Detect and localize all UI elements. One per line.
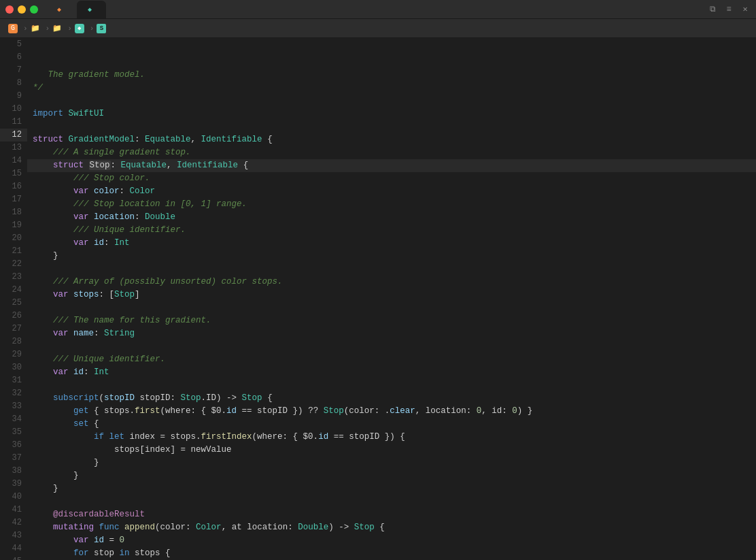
type-token: Int [114, 238, 130, 248]
prop-token: clear [390, 406, 415, 416]
prop-token: id [94, 238, 104, 248]
plain-token: { stops. [89, 406, 135, 416]
plain-token: { [375, 523, 385, 532]
line-number-37: 37 [0, 452, 27, 465]
prop-token: id [73, 367, 84, 377]
type-token: GradientModel [69, 135, 135, 144]
close-button[interactable] [5, 5, 14, 14]
plain-token: (color: . [344, 406, 390, 416]
line-number-40: 40 [0, 491, 27, 504]
line-number-30: 30 [0, 361, 27, 374]
layout-button[interactable]: ≡ [723, 4, 734, 15]
kw-blue-token: set [73, 419, 89, 429]
comment-token: /// Unique identifier. [33, 355, 165, 364]
code-line-6: */ [27, 82, 756, 95]
line-number-8: 8 [0, 77, 27, 90]
plain-token: ( [99, 393, 105, 403]
swift-file-icon: ◆ [75, 24, 84, 33]
code-line-28: var id: Int [27, 366, 756, 379]
plain-token: { [262, 393, 273, 403]
plain-token [33, 329, 53, 338]
window-controls [5, 5, 38, 14]
kw-blue-token: if [94, 432, 104, 442]
line-number-29: 29 [0, 348, 27, 361]
line-number-35: 35 [0, 426, 27, 439]
code-line-26 [27, 340, 756, 353]
plain-token: (color: [155, 523, 196, 532]
type-token: Identifiable [201, 135, 262, 144]
code-line-42: for stop in stops { [27, 547, 756, 560]
code-area[interactable]: The gradient model.*/import SwiftUIstruc… [27, 38, 756, 560]
comment-token: /// Stop location in [0, 1] range. [33, 199, 247, 209]
kw-token: var [73, 186, 89, 196]
line-number-12: 12 [0, 129, 27, 142]
plain-token [69, 290, 74, 299]
folder-icon-2: 📁 [52, 24, 62, 33]
line-number-10: 10 [0, 103, 27, 116]
breadcrumb-shared[interactable]: 📁 [31, 24, 43, 33]
code-line-17: /// Unique identifier. [27, 224, 756, 237]
type-token: Stop [354, 523, 375, 532]
split-editor-button[interactable]: ⧉ [707, 4, 718, 15]
tab-bar: ◆ ◆ [46, 1, 707, 18]
line-number-5: 5 [0, 38, 27, 51]
comment-token: /// A single gradient stop. [33, 148, 191, 157]
plain-token: { [89, 419, 99, 429]
plain-token [33, 238, 73, 248]
prop-token: id [94, 536, 104, 545]
breadcrumb-gradientmodel[interactable]: ◆ [75, 24, 87, 33]
kw-token: var [53, 367, 69, 377]
line-number-28: 28 [0, 335, 27, 348]
close-editor-button[interactable]: ✕ [740, 4, 751, 15]
plain-token: : [111, 161, 121, 170]
maximize-button[interactable] [30, 5, 38, 14]
plain-token: { [238, 161, 248, 170]
code-line-30: subscript(stopID stopID: Stop.ID) -> Sto… [27, 392, 756, 405]
minimize-button[interactable] [18, 5, 26, 14]
plain-token: stops[index] = newValue [33, 445, 232, 455]
prop-token: name [73, 329, 94, 338]
code-line-41: var id = 0 [27, 534, 756, 547]
code-line-39: @discardableResult [27, 508, 756, 521]
code-line-20 [27, 263, 756, 276]
plain-token [33, 548, 73, 558]
kw-token: var [73, 536, 89, 545]
code-line-21: /// Array of (possibly unsorted) color s… [27, 276, 756, 289]
breadcrumb-model[interactable]: 📁 [52, 24, 65, 33]
line-number-41: 41 [0, 504, 27, 516]
line-number-14: 14 [0, 154, 27, 167]
plain-token: ) } [517, 406, 533, 416]
plain-token [104, 432, 109, 442]
plain-token: = [104, 536, 120, 545]
code-line-35: } [27, 457, 756, 470]
kw-blue-token: subscript [53, 393, 99, 403]
plain-token: , [167, 161, 177, 170]
kw-token: mutating [53, 523, 94, 532]
line-number-26: 26 [0, 310, 27, 323]
line-numbers: 5678910111213141516171819202122232425262… [0, 38, 27, 560]
breadcrumb-stop[interactable]: S [97, 24, 109, 33]
type-token: Stop [324, 406, 344, 416]
breadcrumb-gradientbuilder[interactable]: G [8, 24, 20, 33]
code-line-13: /// Stop color. [27, 172, 756, 185]
tab-gradient[interactable]: ◆ [77, 1, 106, 18]
line-number-15: 15 [0, 167, 27, 180]
line-number-24: 24 [0, 284, 27, 297]
plain-token: : [135, 135, 145, 144]
kw-token: var [73, 212, 89, 222]
prop-token: stops [73, 290, 99, 299]
code-line-32: set { [27, 418, 756, 431]
code-line-18: var id: Int [27, 237, 756, 250]
line-number-44: 44 [0, 542, 27, 555]
breadcrumb-sep-3: › [67, 24, 72, 33]
breadcrumb-sep-4: › [90, 24, 94, 33]
plain-token [33, 523, 53, 532]
tab-particle[interactable]: ◆ [46, 1, 75, 18]
line-number-17: 17 [0, 193, 27, 206]
breadcrumb: G › 📁 › 📁 › ◆ › S [0, 19, 756, 38]
line-number-45: 45 [0, 555, 27, 560]
plain-token: : [94, 329, 104, 338]
type-token: String [104, 329, 135, 338]
plain-token: .ID) -> [201, 393, 242, 403]
line-number-39: 39 [0, 478, 27, 491]
